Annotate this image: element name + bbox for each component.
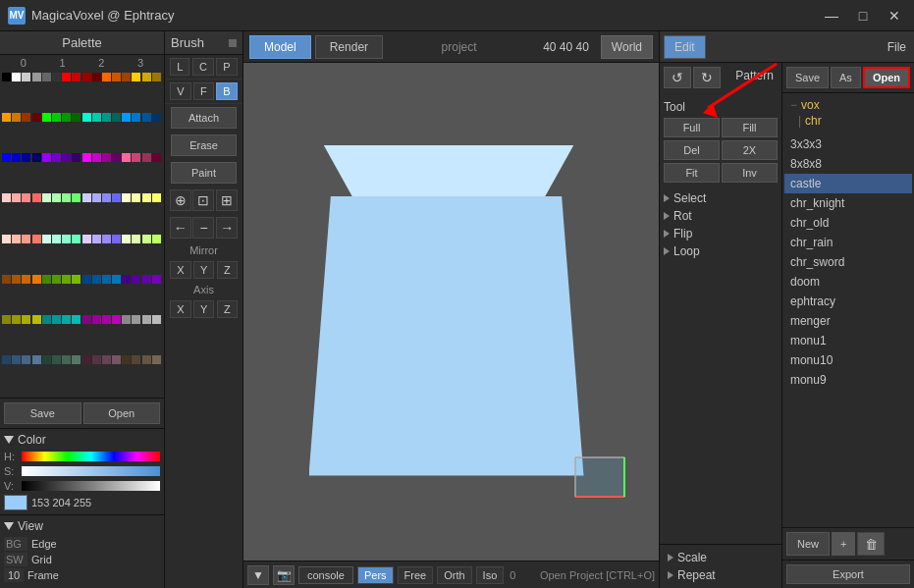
maximize-button[interactable]: □ (851, 6, 875, 26)
palette-cell[interactable] (102, 315, 111, 324)
transform-select[interactable]: ⊡ (192, 189, 214, 211)
palette-cell[interactable] (32, 113, 41, 122)
palette-cell[interactable] (62, 355, 71, 364)
orth-button[interactable]: Orth (437, 566, 471, 584)
palette-cell[interactable] (92, 315, 101, 324)
palette-cell[interactable] (152, 355, 161, 364)
file-list-item[interactable]: chr_sword (784, 252, 912, 272)
palette-cell[interactable] (82, 235, 91, 243)
minimize-button[interactable]: — (820, 6, 843, 26)
del-button[interactable]: Del (664, 140, 720, 160)
palette-cell[interactable] (2, 193, 11, 202)
redo-button[interactable]: ↻ (693, 67, 721, 88)
palette-cell[interactable] (72, 193, 81, 202)
palette-cell[interactable] (72, 235, 81, 243)
fit-button[interactable]: Fit (664, 163, 720, 183)
palette-cell[interactable] (52, 113, 61, 122)
palette-cell[interactable] (22, 113, 30, 122)
iso-button[interactable]: Iso (476, 566, 505, 584)
palette-cell[interactable] (82, 153, 91, 162)
save-file-button[interactable]: Save (786, 67, 829, 88)
scale-item[interactable]: Scale (664, 549, 778, 566)
world-button[interactable]: World (601, 35, 653, 59)
erase-button[interactable]: Erase (171, 134, 237, 156)
palette-cell[interactable] (92, 153, 101, 162)
file-list-item[interactable]: menger (784, 311, 912, 331)
palette-cell[interactable] (112, 193, 121, 202)
palette-cell[interactable] (132, 193, 140, 202)
file-list-item[interactable]: ephtracy (784, 292, 912, 311)
hue-bar[interactable] (22, 452, 160, 461)
palette-cell[interactable] (132, 355, 140, 364)
repeat-item[interactable]: Repeat (664, 566, 778, 584)
new-file-button[interactable]: New (786, 532, 830, 556)
paint-button[interactable]: Paint (171, 162, 237, 184)
palette-cell[interactable] (2, 235, 11, 243)
loop-item[interactable]: Loop (660, 242, 781, 260)
attach-button[interactable]: Attach (171, 107, 237, 129)
palette-cell[interactable] (112, 73, 121, 81)
palette-cell[interactable] (82, 193, 91, 202)
palette-cell[interactable] (142, 113, 151, 122)
palette-cell[interactable] (52, 315, 61, 324)
brush-mode-c[interactable]: C (192, 58, 214, 76)
palette-cell[interactable] (32, 315, 41, 324)
palette-cell[interactable] (152, 193, 161, 202)
palette-cell[interactable] (32, 355, 41, 364)
file-list-item[interactable]: monu1 (784, 331, 912, 350)
add-file-button[interactable]: + (832, 532, 855, 556)
palette-cell[interactable] (62, 315, 71, 324)
camera-button[interactable]: 📷 (273, 565, 295, 585)
palette-cell[interactable] (92, 275, 101, 284)
rot-item[interactable]: Rot (660, 207, 781, 225)
palette-cell[interactable] (112, 153, 121, 162)
chr-item[interactable]: | chr (786, 113, 910, 129)
flip-item[interactable]: Flip (660, 225, 781, 242)
palette-cell[interactable] (42, 315, 51, 324)
palette-cell[interactable] (152, 153, 161, 162)
color-collapse-icon[interactable] (4, 436, 14, 444)
palette-cell[interactable] (42, 113, 51, 122)
palette-cell[interactable] (82, 73, 91, 81)
palette-cell[interactable] (42, 153, 51, 162)
palette-cell[interactable] (12, 113, 21, 122)
palette-cell[interactable] (22, 235, 30, 243)
palette-cell[interactable] (12, 235, 21, 243)
palette-cell[interactable] (142, 355, 151, 364)
palette-cell[interactable] (52, 153, 61, 162)
palette-cell[interactable] (122, 275, 131, 284)
save-as-button[interactable]: As (831, 67, 861, 88)
render-tab[interactable]: Render (315, 35, 383, 59)
palette-cell[interactable] (152, 73, 161, 81)
file-list-item[interactable]: monu9 (784, 370, 912, 390)
delete-file-button[interactable]: 🗑 (857, 532, 885, 556)
close-button[interactable]: ✕ (883, 6, 906, 26)
palette-cell[interactable] (122, 113, 131, 122)
palette-cell[interactable] (102, 113, 111, 122)
palette-cell[interactable] (142, 193, 151, 202)
palette-cell[interactable] (22, 315, 30, 324)
nav-left[interactable]: ← (170, 217, 191, 239)
palette-cell[interactable] (102, 73, 111, 81)
palette-cell[interactable] (32, 73, 41, 81)
palette-cell[interactable] (72, 113, 81, 122)
fill-button[interactable]: Fill (722, 118, 778, 137)
palette-cell[interactable] (52, 275, 61, 284)
file-list[interactable]: 3x3x38x8x8castlechr_knightchr_oldchr_rai… (782, 133, 914, 527)
palette-cell[interactable] (92, 355, 101, 364)
palette-cell[interactable] (72, 315, 81, 324)
palette-cell[interactable] (132, 275, 140, 284)
color-preview-swatch[interactable] (4, 495, 27, 510)
palette-cell[interactable] (72, 275, 81, 284)
brush-mode-f[interactable]: F (193, 82, 214, 100)
palette-cell[interactable] (142, 73, 151, 81)
palette-cell[interactable] (12, 315, 21, 324)
palette-cell[interactable] (22, 355, 30, 364)
palette-cell[interactable] (92, 235, 101, 243)
axis-y[interactable]: Y (193, 300, 214, 318)
full-button[interactable]: Full (664, 118, 720, 137)
select-item[interactable]: Select (660, 189, 781, 207)
palette-cell[interactable] (62, 193, 71, 202)
palette-cell[interactable] (2, 113, 11, 122)
palette-cell[interactable] (32, 235, 41, 243)
